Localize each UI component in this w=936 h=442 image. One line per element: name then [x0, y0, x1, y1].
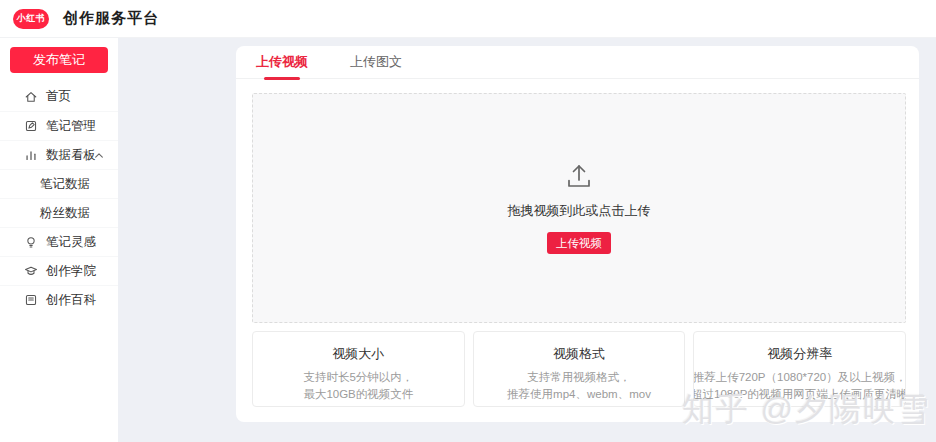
card-line: 推荐上传720P（1080*720）及以上视频，: [693, 369, 906, 386]
card-line: 支持时长5分钟以内，: [303, 369, 413, 386]
video-dropzone[interactable]: 拖拽视频到此或点击上传 上传视频: [252, 93, 906, 323]
card-video-resolution: 视频分辨率 推荐上传720P（1080*720）及以上视频， 超过1080P的视…: [693, 331, 906, 407]
sidebar-item-data-dashboard[interactable]: 数据看板: [0, 140, 118, 169]
card-line: 支持常用视频格式，: [527, 369, 631, 386]
home-icon: [24, 90, 38, 104]
sidebar-item-label: 首页: [46, 88, 71, 105]
sidebar-item-label: 笔记数据: [40, 176, 90, 193]
book-icon: [24, 293, 38, 307]
sidebar-item-fans-data[interactable]: 粉丝数据: [0, 198, 118, 227]
sidebar-item-label: 创作学院: [46, 263, 96, 280]
app-header: 小红书 创作服务平台: [0, 0, 936, 38]
tab-upload-image-text[interactable]: 上传图文: [346, 46, 406, 79]
card-line: 超过1080P的视频用网页端上传画质更清晰: [693, 386, 906, 403]
sidebar-item-label: 数据看板: [46, 147, 96, 164]
sidebar-item-creator-wiki[interactable]: 创作百科: [0, 285, 118, 314]
tab-label: 上传视频: [256, 53, 308, 71]
sidebar-item-label: 粉丝数据: [40, 205, 90, 222]
sidebar-item-creator-academy[interactable]: 创作学院: [0, 256, 118, 285]
bulb-icon: [24, 235, 38, 249]
sidebar-item-note-data[interactable]: 笔记数据: [0, 169, 118, 198]
upload-icon: [564, 162, 594, 190]
sidebar-item-label: 笔记管理: [46, 118, 96, 135]
sidebar-menu: 首页 笔记管理 数据看板 笔记数据: [0, 82, 118, 314]
card-video-format: 视频格式 支持常用视频格式， 推荐使用mp4、webm、mov: [473, 331, 686, 407]
sidebar-item-note-management[interactable]: 笔记管理: [0, 111, 118, 140]
card-title: 视频格式: [553, 345, 605, 363]
tab-upload-video[interactable]: 上传视频: [252, 46, 312, 79]
sidebar-item-home[interactable]: 首页: [0, 82, 118, 111]
drop-hint-text: 拖拽视频到此或点击上传: [508, 202, 651, 220]
chevron-up-icon[interactable]: [94, 152, 104, 159]
school-icon: [24, 264, 38, 278]
card-line: 推荐使用mp4、webm、mov: [507, 386, 651, 403]
page-title: 创作服务平台: [63, 9, 159, 28]
video-requirement-cards: 视频大小 支持时长5分钟以内， 最大10GB的视频文件 视频格式 支持常用视频格…: [252, 331, 906, 407]
card-line: 最大10GB的视频文件: [303, 386, 413, 403]
card-title: 视频分辨率: [767, 345, 832, 363]
active-tab-underline: [264, 77, 300, 80]
sidebar: 发布笔记 首页 笔记管理 数据看板: [0, 38, 118, 442]
sidebar-item-label: 创作百科: [46, 292, 96, 309]
tab-label: 上传图文: [350, 53, 402, 71]
xiaohongshu-logo[interactable]: 小红书: [13, 9, 49, 29]
sidebar-item-label: 笔记灵感: [46, 234, 96, 251]
card-title: 视频大小: [332, 345, 384, 363]
publish-note-button[interactable]: 发布笔记: [10, 47, 108, 73]
upload-panel: 上传视频 上传图文 拖拽视频到此或点击上传 上传视频 视频大小 支持时长5分钟以…: [236, 46, 919, 422]
upload-tabs: 上传视频 上传图文: [236, 46, 919, 79]
note-icon: [24, 119, 38, 133]
upload-video-button[interactable]: 上传视频: [547, 232, 611, 254]
card-video-size: 视频大小 支持时长5分钟以内， 最大10GB的视频文件: [252, 331, 465, 407]
chart-icon: [24, 148, 38, 162]
sidebar-item-note-inspiration[interactable]: 笔记灵感: [0, 227, 118, 256]
